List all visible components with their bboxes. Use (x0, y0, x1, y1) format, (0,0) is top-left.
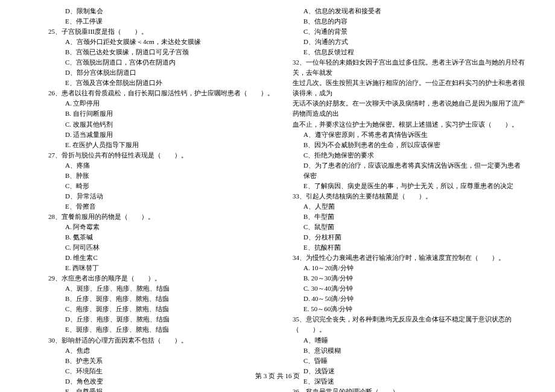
q36: 36、贫血最常见的护理诊断（ ）。 (293, 387, 525, 392)
q25-option-d: D、部分宫体脱出阴道口 (48, 68, 274, 78)
q29-option-a: A、斑疹、丘疹、疱疹、脓疱、结痂 (48, 283, 274, 294)
q31-option-d: D、沟通的方式 (293, 37, 525, 47)
q32-option-c: C、拒绝为她保密的要求 (293, 150, 525, 160)
q33-option-b: B、牛型菌 (293, 212, 525, 222)
q26-option-e: E. 在医护人员指导下服用 (48, 140, 274, 150)
q34-option-a: A. 10～20滴/分钟 (293, 263, 525, 273)
q26-option-d: D. 适当减量服用 (48, 130, 274, 140)
q27-option-a: A、疼痛 (48, 160, 274, 171)
q31-option-e: E、信息反馈过程 (293, 47, 525, 57)
q30-option-c: C、环境陌生 (48, 366, 274, 376)
q31-option-a: A、信息的发现者和接受者 (293, 6, 525, 16)
q35-option-b: B、意识模糊 (293, 346, 525, 356)
q34-option-c: C. 30～40滴/分钟 (293, 283, 525, 294)
left-column: D、限制集会 E、停工停课 25、子宫脱垂III度是指（ ）。 A、宫颈外口距处… (48, 6, 287, 368)
q32-option-a: A、遵守保密原则，不将患者真情告诉医生 (293, 130, 525, 140)
q33-option-c: C、鼠型菌 (293, 222, 525, 232)
q30-option-b: B、护患关系 (48, 356, 274, 366)
q29-option-b: B、丘疹、斑疹、疱疹、脓疱、结痂 (48, 294, 274, 304)
q25-option-b: B、宫颈已达处女膜缘，阴道口可见子宫颈 (48, 47, 274, 57)
q30: 30、影响舒适的心理方面因素不包括（ ）。 (48, 335, 274, 346)
page-content: D、限制集会 E、停工停课 25、子宫脱垂III度是指（ ）。 A、宫颈外口距处… (0, 0, 555, 368)
q29-option-d: D、丘疹、疱疹、斑疹、脓疱、结痂 (48, 314, 274, 324)
q32-option-e: E、了解病因、病史是医生的事，与护士无关，所以，应尊重患者的决定 (293, 181, 525, 191)
q35-option-d: D、浅昏迷 (293, 366, 525, 376)
q27-option-e: E、骨擦音 (48, 201, 274, 212)
q28-option-a: A. 阿奇霉素 (48, 222, 274, 232)
q27-option-b: B、肿胀 (48, 171, 274, 181)
q27-option-c: C、畸形 (48, 181, 274, 191)
q28-option-d: D. 维生素C (48, 253, 274, 263)
q29-option-e: E、斑疹、疱疹、丘疹、脓疱、结痂 (48, 324, 274, 335)
q25-option-c: C、宫颈脱出阴道口，宫体仍在阴道内 (48, 57, 274, 68)
q33-option-d: D、分枝杆菌 (293, 232, 525, 242)
q26-option-c: C. 改服其他钙剂 (48, 119, 274, 130)
q34: 34、为慢性心力衰竭患者进行输液治疗时，输液速度宜控制在（ ）。 (293, 253, 525, 263)
q32-line4: 血不止，并要求这位护士为她保密。根据上述描述，实习护士应该（ ）。 (293, 119, 525, 130)
q34-option-e: E. 50～60滴/分钟 (293, 304, 525, 314)
q24-option-e: E、停工停课 (48, 16, 274, 27)
q26-option-b: B. 自行间断服用 (48, 109, 274, 119)
q31-option-c: C、沟通的背景 (293, 27, 525, 37)
q35-option-a: A、嗜睡 (293, 335, 525, 346)
q32-option-b: B、因为不会威胁到患者的生命，所以应该保密 (293, 140, 525, 150)
q32-line3: 无话不谈的好朋友。在一次聊天中谈及病情时，患者说她自己是因为服用了流产药物而造成… (293, 98, 525, 119)
q30-option-e: E、自尊受损 (48, 387, 274, 392)
q28-option-e: E. 西咪替丁 (48, 263, 274, 273)
q27: 27、骨折与脱位共有的特征性表现是（ ）。 (48, 150, 274, 160)
q28-option-c: C. 阿司匹林 (48, 242, 274, 253)
q27-option-d: D、异常活动 (48, 191, 274, 201)
q33-option-a: A、人型菌 (293, 201, 525, 212)
q24-option-d: D、限制集会 (48, 6, 274, 16)
q35: 35、意识完全丧失，对各种刺激均无反应及生命体征不稳定属于意识状态的（ ）。 (293, 314, 525, 335)
right-column: A、信息的发现者和接受者 B、信息的内容 C、沟通的背景 D、沟通的方式 E、信… (287, 6, 525, 368)
q25: 25、子宫脱垂III度是指（ ）。 (48, 27, 274, 37)
q34-option-d: D. 40～50滴/分钟 (293, 294, 525, 304)
q26-option-a: A. 立即停用 (48, 98, 274, 109)
q30-option-d: D、角色改变 (48, 376, 274, 387)
q32-line1: 32、一位年轻的未婚妇女因子宫出血过多住院。患者主诉子宫出血与她的月经有关，去年… (293, 57, 525, 78)
q25-option-a: A、宫颈外口距处女膜缘＜4cm，未达处女膜缘 (48, 37, 274, 47)
q25-option-e: E、宫颈及宫体全部脱出阴道口外 (48, 78, 274, 88)
q35-option-e: E、深昏迷 (293, 376, 525, 387)
q33: 33、引起人类结核病的主要结核菌是（ ）。 (293, 191, 525, 201)
q29-option-c: C、疱疹、斑疹、丘疹、脓疱、结痂 (48, 304, 274, 314)
q34-option-b: B. 20～30滴/分钟 (293, 273, 525, 283)
q26: 26、患者以往有骨质疏松，自行长期口服活性钙，护士应嘱咐患者（ ）。 (48, 88, 274, 98)
q33-option-e: E、抗酸杆菌 (293, 242, 525, 253)
q28: 28、宜餐前服用的药物是（ ）。 (48, 212, 274, 222)
q32-option-d: D、为了患者的治疗，应该说服患者将真实情况告诉医生，但一定要为患者保密 (293, 160, 525, 181)
q30-option-a: A、焦虑 (48, 346, 274, 356)
q32-line2: 生过几次。医生按照其主诉施行相应的治疗。一位正在妇科实习的护士和患者很谈得来，成… (293, 78, 525, 98)
q35-option-c: C、昏睡 (293, 356, 525, 366)
q29: 29、水痘患者出疹的顺序是（ ）。 (48, 273, 274, 283)
q31-option-b: B、信息的内容 (293, 16, 525, 27)
q28-option-b: B. 氨茶碱 (48, 232, 274, 242)
